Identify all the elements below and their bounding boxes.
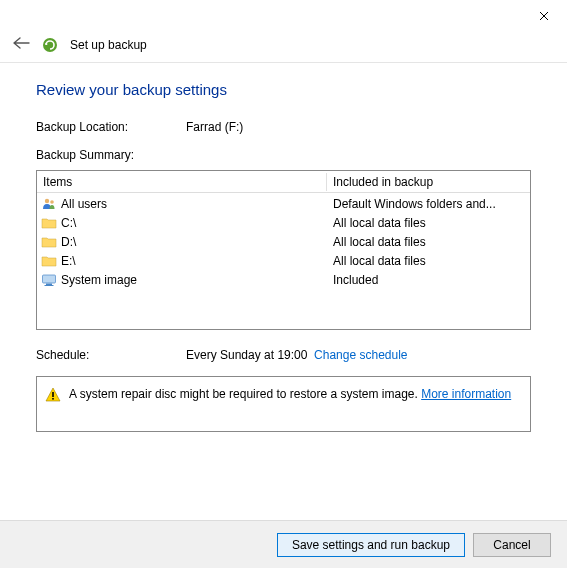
list-item-name: All users xyxy=(61,197,107,211)
summary-listbox[interactable]: Items Included in backup All users Defau… xyxy=(36,170,531,330)
save-and-run-button[interactable]: Save settings and run backup xyxy=(277,533,465,557)
app-icon xyxy=(42,37,58,53)
schedule-label: Schedule: xyxy=(36,348,186,362)
schedule-value: Every Sunday at 19:00 Change schedule xyxy=(186,348,408,362)
titlebar xyxy=(0,0,567,30)
backup-location-label: Backup Location: xyxy=(36,120,186,134)
backup-location-row: Backup Location: Farrad (F:) xyxy=(36,120,531,134)
backup-summary-label: Backup Summary: xyxy=(36,148,531,162)
page-heading: Review your backup settings xyxy=(36,81,531,98)
content-area: Review your backup settings Backup Locat… xyxy=(0,63,567,440)
list-item-name: D:\ xyxy=(61,235,76,249)
list-body: All users Default Windows folders and...… xyxy=(37,193,530,289)
list-item[interactable]: System image Included xyxy=(37,270,530,289)
list-item-name: C:\ xyxy=(61,216,76,230)
list-item-included: Included xyxy=(327,273,530,287)
wizard-header: Set up backup xyxy=(0,30,567,60)
change-schedule-link[interactable]: Change schedule xyxy=(314,348,407,362)
svg-rect-4 xyxy=(46,283,52,285)
svg-rect-7 xyxy=(52,398,54,400)
backup-location-value: Farrad (F:) xyxy=(186,120,531,134)
list-item-included: All local data files xyxy=(327,254,530,268)
svg-point-1 xyxy=(45,198,49,202)
close-button[interactable] xyxy=(529,4,559,28)
close-icon xyxy=(539,11,549,21)
list-item[interactable]: C:\ All local data files xyxy=(37,213,530,232)
svg-point-2 xyxy=(50,200,54,204)
back-arrow-icon[interactable] xyxy=(12,36,30,54)
list-item-included: All local data files xyxy=(327,235,530,249)
folder-icon xyxy=(41,215,57,231)
folder-icon xyxy=(41,234,57,250)
more-information-link[interactable]: More information xyxy=(421,387,511,401)
list-item-name: System image xyxy=(61,273,137,287)
warning-icon xyxy=(45,387,61,403)
wizard-title: Set up backup xyxy=(70,38,147,52)
list-item[interactable]: E:\ All local data files xyxy=(37,251,530,270)
monitor-icon xyxy=(41,272,57,288)
svg-rect-3 xyxy=(43,275,56,283)
list-header: Items Included in backup xyxy=(37,171,530,193)
warning-box: A system repair disc might be required t… xyxy=(36,376,531,432)
footer: Save settings and run backup Cancel xyxy=(0,520,567,568)
svg-rect-5 xyxy=(45,285,54,286)
warning-text: A system repair disc might be required t… xyxy=(69,387,421,401)
folder-icon xyxy=(41,253,57,269)
list-item[interactable]: D:\ All local data files xyxy=(37,232,530,251)
column-header-included[interactable]: Included in backup xyxy=(327,173,530,191)
list-item[interactable]: All users Default Windows folders and... xyxy=(37,194,530,213)
schedule-row: Schedule: Every Sunday at 19:00 Change s… xyxy=(36,348,531,362)
svg-point-0 xyxy=(43,38,57,52)
list-item-included: Default Windows folders and... xyxy=(327,197,530,211)
list-item-included: All local data files xyxy=(327,216,530,230)
list-item-name: E:\ xyxy=(61,254,76,268)
svg-rect-6 xyxy=(52,392,54,397)
warning-text-container: A system repair disc might be required t… xyxy=(69,387,511,401)
users-icon xyxy=(41,196,57,212)
cancel-button[interactable]: Cancel xyxy=(473,533,551,557)
column-header-items[interactable]: Items xyxy=(37,173,327,191)
